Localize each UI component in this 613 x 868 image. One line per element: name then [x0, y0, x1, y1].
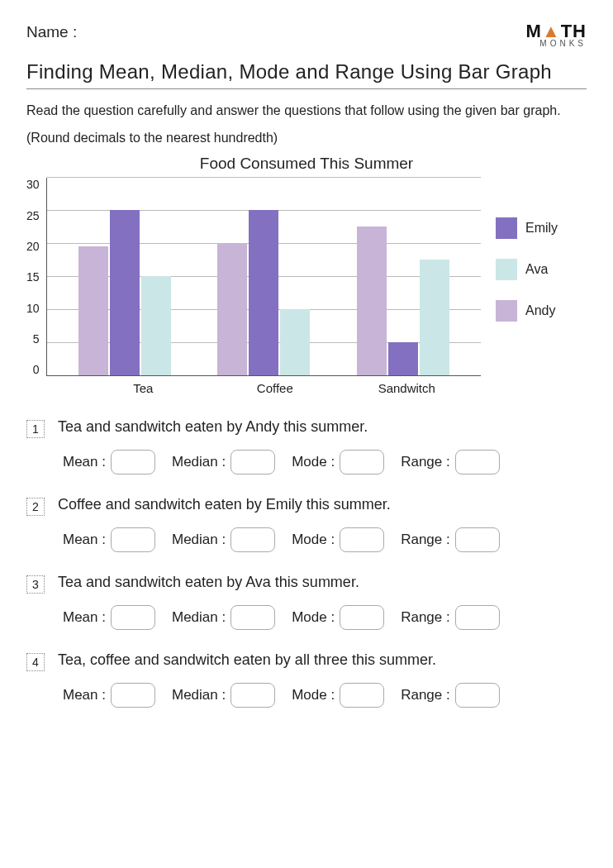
bar-ava: [420, 260, 449, 375]
mode-input[interactable]: [340, 683, 384, 708]
bar-andy: [217, 243, 247, 375]
range-input[interactable]: [455, 605, 500, 630]
name-label: Name :: [26, 23, 77, 41]
mean-label: Mean :: [63, 687, 106, 703]
bar-andy: [78, 246, 108, 375]
median-input[interactable]: [230, 527, 275, 552]
mode-input[interactable]: [340, 527, 384, 552]
x-tick: Coffee: [226, 381, 325, 395]
y-tick: 20: [26, 240, 40, 253]
answer-row: Mean :Median :Mode :Range :: [63, 450, 587, 475]
answer-row: Mean :Median :Mode :Range :: [63, 683, 587, 708]
y-tick: 0: [33, 363, 40, 376]
median-label: Median :: [172, 687, 226, 703]
question-text: Tea and sandwitch eaten by Ava this summ…: [58, 574, 359, 591]
swatch-icon: [496, 259, 517, 280]
mean-field: Mean :: [63, 683, 155, 708]
median-label: Median :: [172, 609, 226, 626]
instructions-line-1: Read the question carefully and answer t…: [26, 101, 587, 122]
bar-ava: [141, 276, 171, 375]
bar-group: [214, 210, 313, 375]
range-field: Range :: [401, 450, 500, 475]
swatch-icon: [496, 217, 517, 239]
range-field: Range :: [401, 527, 500, 552]
mean-field: Mean :: [63, 527, 155, 552]
median-input[interactable]: [230, 683, 275, 708]
y-tick: 30: [26, 178, 40, 191]
range-label: Range :: [401, 454, 450, 470]
y-tick: 25: [26, 209, 40, 222]
y-tick: 10: [26, 302, 40, 315]
mode-label: Mode :: [292, 532, 335, 548]
bar-emily: [110, 210, 140, 375]
median-field: Median :: [172, 683, 275, 708]
x-axis: Tea Coffee Sandwitch: [69, 381, 481, 395]
range-label: Range :: [401, 609, 450, 626]
question: 2Coffee and sandwitch eaten by Emily thi…: [26, 496, 587, 516]
mean-input[interactable]: [111, 450, 155, 475]
range-input[interactable]: [455, 450, 500, 475]
question-number: 4: [26, 653, 45, 671]
range-input[interactable]: [455, 527, 500, 552]
median-field: Median :: [172, 450, 275, 475]
median-label: Median :: [172, 532, 226, 548]
mode-input[interactable]: [340, 450, 384, 475]
median-label: Median :: [172, 454, 226, 470]
median-input[interactable]: [230, 605, 275, 630]
plot-area: [46, 178, 481, 376]
mode-field: Mode :: [292, 527, 384, 552]
answer-row: Mean :Median :Mode :Range :: [63, 527, 587, 552]
brand-logo: M▲TH MONKS: [526, 23, 587, 47]
page-title: Finding Mean, Median, Mode and Range Usi…: [26, 60, 587, 83]
question-text: Tea and sandwitch eaten by Andy this sum…: [58, 418, 368, 436]
y-axis: 30 25 20 15 10 5 0: [26, 178, 40, 376]
bar-chart: 30 25 20 15 10 5 0 Tea Coffee Sandwitch …: [26, 178, 587, 395]
bar-group: [354, 227, 453, 375]
mean-input[interactable]: [111, 527, 155, 552]
mean-input[interactable]: [111, 605, 155, 630]
mean-field: Mean :: [63, 450, 155, 475]
range-field: Range :: [401, 683, 500, 708]
range-input[interactable]: [455, 683, 500, 708]
bar-group: [75, 210, 174, 375]
x-tick: Sandwitch: [357, 381, 456, 395]
question-number: 2: [26, 498, 45, 516]
legend-label: Emily: [525, 221, 558, 236]
y-tick: 5: [33, 332, 40, 346]
bar-ava: [280, 309, 310, 375]
median-input[interactable]: [230, 450, 275, 475]
legend-item-andy: Andy: [496, 300, 587, 322]
mode-field: Mode :: [292, 450, 384, 475]
mean-field: Mean :: [63, 605, 155, 630]
x-tick: Tea: [93, 381, 192, 395]
question-text: Tea, coffee and sandwitch eaten by all t…: [58, 651, 436, 669]
answer-row: Mean :Median :Mode :Range :: [63, 605, 587, 630]
question: 1Tea and sandwitch eaten by Andy this su…: [26, 418, 587, 438]
mean-label: Mean :: [63, 609, 106, 626]
question: 3Tea and sandwitch eaten by Ava this sum…: [26, 574, 587, 594]
instructions-line-2: (Round decimals to the nearest hundredth…: [26, 128, 587, 149]
mode-label: Mode :: [292, 454, 335, 470]
bar-emily: [388, 342, 418, 375]
question-text: Coffee and sandwitch eaten by Emily this…: [58, 496, 391, 513]
bar-andy: [357, 227, 387, 375]
mean-label: Mean :: [63, 532, 106, 548]
chart-title: Food Consumed This Summer: [26, 155, 587, 173]
range-field: Range :: [401, 605, 500, 630]
legend: Emily Ava Andy: [496, 217, 587, 322]
title-divider: [26, 88, 587, 89]
swatch-icon: [496, 300, 517, 322]
legend-item-emily: Emily: [496, 217, 587, 239]
mode-field: Mode :: [292, 683, 384, 708]
legend-label: Andy: [525, 303, 555, 318]
question-number: 3: [26, 575, 45, 594]
median-field: Median :: [172, 605, 275, 630]
mode-input[interactable]: [340, 605, 384, 630]
mean-label: Mean :: [63, 454, 106, 470]
mean-input[interactable]: [111, 683, 155, 708]
question-number: 1: [26, 420, 45, 438]
legend-label: Ava: [525, 262, 548, 277]
question: 4Tea, coffee and sandwitch eaten by all …: [26, 651, 587, 671]
mode-label: Mode :: [292, 687, 335, 703]
legend-item-ava: Ava: [496, 259, 587, 280]
